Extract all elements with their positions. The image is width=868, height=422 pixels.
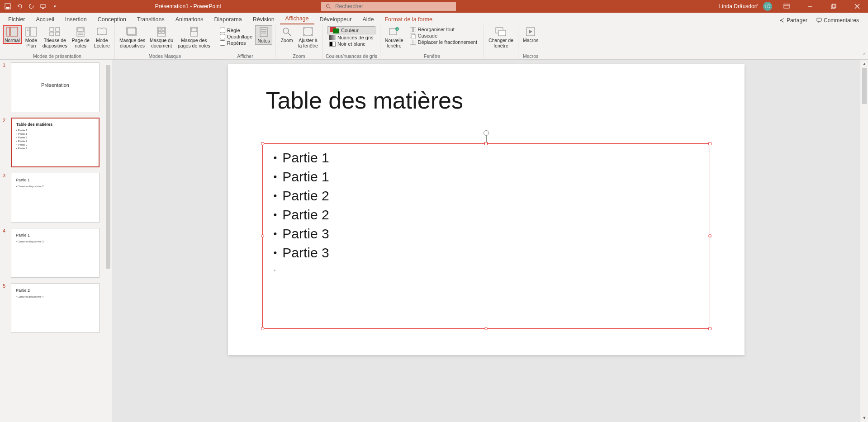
- switch-windows-button[interactable]: Changer de fenêtre: [487, 25, 515, 49]
- scroll-down-icon[interactable]: ▼: [860, 414, 868, 422]
- resize-handle-tl[interactable]: [261, 142, 264, 145]
- tab-conception[interactable]: Conception: [92, 14, 132, 24]
- group-macros: Macros Macros: [518, 24, 543, 59]
- from-beginning-icon[interactable]: [40, 3, 46, 9]
- bullet-item[interactable]: Partie 2: [274, 207, 710, 223]
- search-input[interactable]: [335, 3, 451, 9]
- resize-handle-bm[interactable]: [484, 327, 488, 330]
- fit-window-button[interactable]: Ajuster à la fenêtre: [296, 25, 320, 49]
- slide-thumbnail[interactable]: Partie 1• Contenu diapositive 3: [11, 228, 100, 278]
- close-icon[interactable]: [848, 0, 866, 13]
- tab-fichier[interactable]: Fichier: [3, 14, 31, 24]
- slide-master-button[interactable]: Masque des diapositives: [118, 25, 147, 49]
- slide-number: 4: [3, 228, 8, 278]
- slide-thumbnail[interactable]: Présentation: [11, 62, 100, 112]
- tab-insertion[interactable]: Insertion: [60, 14, 92, 24]
- ribbon-display-icon[interactable]: [778, 0, 796, 13]
- bullet-item[interactable]: Partie 1: [274, 169, 710, 185]
- notes-icon: [257, 27, 270, 38]
- notes-button[interactable]: Notes: [255, 25, 272, 45]
- svg-rect-37: [191, 28, 197, 32]
- share-button[interactable]: Partager: [777, 16, 810, 24]
- gridlines-checkbox[interactable]: Quadrillage: [220, 33, 252, 40]
- svg-rect-4: [42, 8, 44, 9]
- undo-icon[interactable]: [16, 3, 23, 9]
- tab-animations[interactable]: Animations: [170, 14, 209, 24]
- qat-customize-icon[interactable]: ▾: [52, 3, 58, 9]
- comments-button[interactable]: Commentaires: [814, 16, 862, 24]
- new-window-button[interactable]: +Nouvelle fenêtre: [383, 25, 405, 49]
- new-window-icon: +: [388, 26, 400, 37]
- normal-view-button[interactable]: Normal: [3, 25, 22, 44]
- arrange-all-button[interactable]: Réorganiser tout: [408, 26, 479, 33]
- save-icon[interactable]: [5, 3, 11, 9]
- handout-master-button[interactable]: Masque du document: [148, 25, 175, 49]
- svg-rect-17: [26, 27, 29, 36]
- ruler-checkbox[interactable]: Règle: [220, 27, 252, 33]
- group-fenetre: +Nouvelle fenêtre Réorganiser tout Casca…: [380, 24, 484, 59]
- notes-page-button[interactable]: Page de notes: [70, 25, 91, 49]
- svg-rect-22: [56, 28, 60, 31]
- svg-rect-48: [410, 27, 413, 32]
- handout-master-icon: [155, 26, 168, 37]
- resize-handle-tm[interactable]: [484, 142, 488, 145]
- grayscale-button[interactable]: Nuances de gris: [327, 34, 375, 41]
- tab-accueil[interactable]: Accueil: [31, 14, 60, 24]
- notes-master-button[interactable]: Masque des pages de notes: [176, 25, 212, 49]
- tab-diaporama[interactable]: Diaporama: [209, 14, 247, 24]
- color-button[interactable]: Couleur: [327, 26, 375, 34]
- scroll-up-icon[interactable]: ▲: [860, 60, 868, 68]
- outline-view-button[interactable]: Mode Plan: [23, 25, 40, 49]
- resize-handle-br[interactable]: [708, 327, 711, 330]
- user-name[interactable]: Linda Dräusdorf: [719, 3, 758, 9]
- svg-rect-11: [832, 4, 836, 8]
- content-placeholder[interactable]: Partie 1Partie 1Partie 2Partie 2Partie 3…: [262, 143, 710, 329]
- bullet-item[interactable]: Partie 1: [274, 150, 710, 166]
- minimize-icon[interactable]: [801, 0, 819, 13]
- resize-handle-mr[interactable]: [708, 234, 711, 237]
- tab-aide[interactable]: Aide: [357, 14, 379, 24]
- slide-thumbnail[interactable]: Partie 2• Contenu diapositive 4: [11, 283, 100, 333]
- bullet-item[interactable]: Partie 3: [274, 226, 710, 242]
- tab-affichage[interactable]: Affichage: [280, 14, 314, 24]
- slide-thumbnail[interactable]: Partie 1• Contenu diapositive 2: [11, 173, 100, 223]
- ribbon-tabs: Fichier Accueil Insertion Conception Tra…: [0, 13, 868, 24]
- resize-handle-bl[interactable]: [261, 327, 264, 330]
- svg-rect-34: [158, 31, 161, 33]
- reading-view-button[interactable]: Mode Lecture: [92, 25, 112, 49]
- bullet-item[interactable]: Partie 2: [274, 188, 710, 204]
- thumbnail-scrollbar[interactable]: [104, 60, 112, 422]
- redo-icon[interactable]: [28, 3, 34, 9]
- bw-button[interactable]: Noir et blanc: [327, 41, 375, 47]
- tab-developpeur[interactable]: Développeur: [314, 14, 357, 24]
- user-avatar[interactable]: LD: [763, 2, 772, 11]
- grayscale-icon: [329, 35, 336, 40]
- tab-revision[interactable]: Révision: [247, 14, 280, 24]
- tab-transitions[interactable]: Transitions: [132, 14, 170, 24]
- slide-title[interactable]: Table des matières: [266, 87, 463, 114]
- group-zoom: Zoom Ajuster à la fenêtre Zoom: [275, 24, 323, 59]
- bullet-item[interactable]: Partie 3: [274, 245, 710, 261]
- resize-handle-ml[interactable]: [261, 234, 264, 237]
- vertical-scrollbar[interactable]: ▲ ▼: [860, 60, 868, 422]
- slide-canvas[interactable]: Table des matières Partie 1Partie 1Parti…: [228, 64, 745, 355]
- move-split-button[interactable]: Déplacer le fractionnement: [408, 39, 479, 45]
- cascade-button[interactable]: Cascade: [408, 33, 479, 39]
- slide-thumbnail[interactable]: Table des matières• Partie 1• Partie 1• …: [11, 118, 100, 167]
- outline-view-icon: [25, 26, 38, 37]
- macros-icon: [524, 26, 537, 37]
- restore-icon[interactable]: [825, 0, 843, 13]
- svg-rect-14: [817, 18, 821, 21]
- slide-sorter-button[interactable]: Trieuse de diapositives: [41, 25, 69, 49]
- scroll-thumb[interactable]: [862, 68, 867, 104]
- collapse-ribbon-icon[interactable]: ⌃: [862, 52, 866, 58]
- search-box[interactable]: [321, 2, 456, 11]
- zoom-button[interactable]: Zoom: [278, 25, 295, 44]
- rotate-handle[interactable]: [484, 130, 489, 136]
- macros-button[interactable]: Macros: [521, 25, 540, 44]
- svg-rect-24: [56, 32, 60, 36]
- tab-format-forme[interactable]: Format de la forme: [379, 14, 438, 24]
- fit-window-icon: [302, 26, 314, 37]
- resize-handle-tr[interactable]: [708, 142, 711, 145]
- guides-checkbox[interactable]: Repères: [220, 40, 252, 46]
